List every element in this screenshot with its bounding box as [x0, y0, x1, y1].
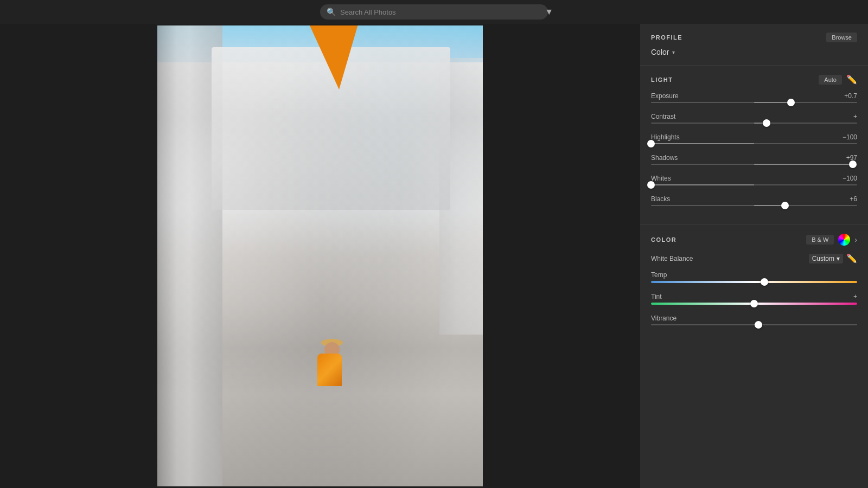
contrast-track[interactable] [651, 123, 857, 124]
exposure-value: +0.7 [844, 92, 857, 100]
contrast-value: + [853, 113, 857, 120]
highlights-fill [651, 143, 754, 144]
vibrance-track[interactable] [651, 324, 857, 325]
auto-button[interactable]: Auto [819, 75, 842, 85]
temple-overlay [157, 25, 483, 486]
shadows-track[interactable] [651, 164, 857, 165]
whites-label: Whites [651, 175, 671, 182]
color-title: COLOR [651, 236, 676, 243]
tint-value: + [853, 293, 857, 300]
light-header: LIGHT Auto ✏️ [651, 74, 857, 85]
blacks-track[interactable] [651, 205, 857, 206]
blacks-thumb[interactable] [781, 202, 789, 209]
white-balance-label: White Balance [651, 255, 693, 262]
exposure-track[interactable] [651, 102, 857, 103]
search-placeholder: Search All Photos [340, 8, 396, 16]
highlights-value: −100 [843, 133, 857, 141]
whites-slider-row: Whites −100 [651, 175, 857, 185]
white-balance-row: White Balance Custom ▾ ✏️ [651, 253, 857, 264]
tint-slider-row: Tint + [651, 293, 857, 305]
search-box[interactable]: 🔍 Search All Photos [320, 4, 548, 20]
browse-button[interactable]: Browse [826, 33, 857, 42]
temp-label: Temp [651, 271, 667, 279]
shadows-slider-row: Shadows +97 [651, 154, 857, 165]
whites-fill [651, 184, 754, 185]
chevron-down-icon: ▾ [672, 49, 675, 55]
blacks-value: +6 [850, 195, 857, 203]
exposure-thumb[interactable] [787, 99, 795, 106]
wb-dropdown-arrow: ▾ [837, 255, 840, 262]
temp-track[interactable] [651, 281, 857, 283]
more-button[interactable]: › [854, 235, 857, 244]
exposure-label: Exposure [651, 92, 679, 100]
contrast-slider-row: Contrast + [651, 113, 857, 124]
blacks-label: Blacks [651, 195, 670, 203]
temp-slider-row: Temp [651, 271, 857, 283]
color-section: COLOR B & W › White Balance Custom ▾ ✏️ [640, 225, 868, 344]
color-label: Color [651, 48, 669, 56]
light-section: LIGHT Auto ✏️ Exposure +0.7 [640, 66, 868, 225]
contrast-label: Contrast [651, 113, 675, 120]
highlights-label: Highlights [651, 133, 680, 141]
tint-label: Tint [651, 293, 662, 300]
highlights-track[interactable] [651, 143, 857, 144]
color-header: COLOR B & W › [651, 234, 857, 246]
contrast-thumb[interactable] [763, 119, 770, 127]
search-icon: 🔍 [327, 8, 336, 16]
profile-title: PROFILE [651, 34, 682, 41]
blacks-fill [754, 205, 785, 206]
top-bar: 🔍 Search All Photos ▼ [0, 0, 868, 24]
vibrance-thumb[interactable] [755, 321, 762, 329]
white-balance-value: Custom [812, 255, 834, 262]
color-dropdown[interactable]: Color ▾ [651, 48, 857, 56]
highlights-thumb[interactable] [647, 140, 655, 147]
photo-area [0, 24, 640, 488]
tint-thumb[interactable] [750, 300, 758, 307]
main-content: PROFILE Browse Color ▾ LIGHT Auto ✏️ Exp… [0, 24, 868, 488]
whites-thumb[interactable] [647, 181, 655, 189]
light-title: LIGHT [651, 76, 673, 83]
right-panel: PROFILE Browse Color ▾ LIGHT Auto ✏️ Exp… [640, 24, 868, 488]
profile-header: PROFILE Browse [651, 33, 857, 42]
vibrance-label: Vibrance [651, 314, 676, 322]
exposure-slider-row: Exposure +0.7 [651, 92, 857, 103]
shadows-thumb[interactable] [849, 160, 857, 168]
shadows-label: Shadows [651, 154, 678, 162]
eyedropper-icon[interactable]: ✏️ [846, 74, 857, 85]
highlights-slider-row: Highlights −100 [651, 133, 857, 144]
dress-top [317, 354, 342, 386]
bw-button[interactable]: B & W [806, 235, 834, 245]
shadows-fill [754, 164, 853, 165]
temp-thumb[interactable] [761, 278, 768, 286]
exposure-fill [754, 102, 791, 103]
tint-track[interactable] [651, 303, 857, 305]
photo-background [157, 25, 483, 486]
wb-eyedropper-icon[interactable]: ✏️ [846, 253, 857, 264]
photo-container [157, 25, 483, 486]
dress-skirt [309, 25, 358, 89]
whites-value: −100 [843, 175, 857, 182]
vibrance-slider-row: Vibrance [651, 314, 857, 325]
color-mix-button[interactable] [838, 234, 850, 246]
profile-section: PROFILE Browse Color ▾ [640, 24, 868, 66]
white-balance-select[interactable]: Custom ▾ [809, 254, 843, 264]
whites-track[interactable] [651, 184, 857, 185]
filter-icon[interactable]: ▼ [545, 7, 553, 17]
blacks-slider-row: Blacks +6 [651, 195, 857, 206]
